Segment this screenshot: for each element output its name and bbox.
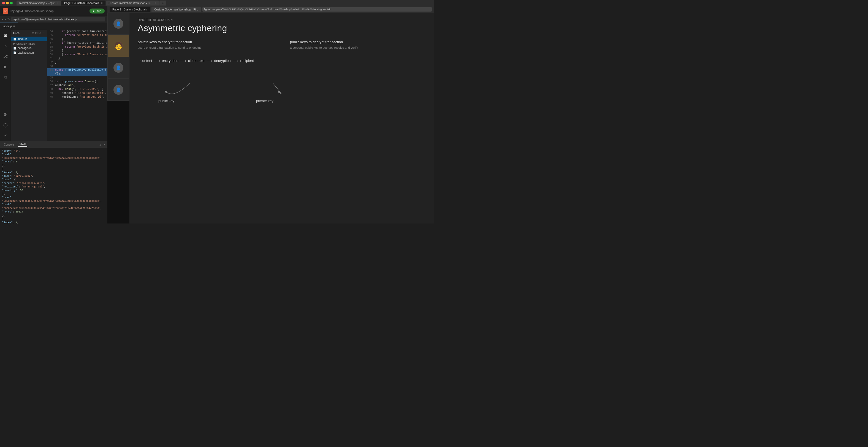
video-strip: 👤 🧑 👤 👤 — [107, 13, 129, 224]
sidebar-item-packagejson[interactable]: 📄 package.json — [11, 51, 47, 55]
sidebar-filename-pkglock: package-lo... — [18, 46, 33, 50]
browser-tab-bar: blockchain-workshop - Replit × Page 1 - … — [17, 1, 432, 5]
sidebar-filename-index: index.js — [18, 37, 27, 40]
close-tab-icon[interactable]: × — [101, 2, 102, 4]
file-icon-pkglock: 📄 — [13, 47, 16, 50]
sidebar-item-packagelock[interactable]: 📄 package-lo... — [11, 46, 47, 51]
flow-step-recipient: recipient — [240, 59, 254, 63]
avatar-4: 👤 — [114, 85, 123, 95]
terminal-tab-shell[interactable]: Shell — [18, 142, 27, 147]
code-line: 66 let orpheus = new Chain(); — [47, 80, 107, 84]
sidebar-actions[interactable]: ⊕ ⊡ ↺ ⋯ — [32, 31, 44, 35]
code-line: 54 if (current.hash !== current.calculat… — [47, 30, 107, 34]
file-tab-close-icon[interactable]: × — [13, 25, 15, 28]
close-tab-icon[interactable]: × — [57, 2, 58, 4]
window-controls[interactable] — [2, 2, 13, 4]
code-line: 69 sender: 'Fiona Hacksworth', — [47, 91, 107, 95]
close-button[interactable] — [2, 2, 5, 4]
terminal-line: "index": 1, — [2, 171, 105, 174]
terminal-line: }, — [2, 164, 105, 167]
terminal-search-icon[interactable]: ⌕ — [99, 143, 101, 146]
terminal-body[interactable]: "prev": "0", "hash": "985dd2c37772bcdbad… — [0, 148, 107, 224]
activity-run-icon[interactable]: ▶ — [2, 63, 9, 70]
figma-url-input[interactable] — [203, 7, 432, 11]
flow-diagram: content ⟶ encryption ⟶ cipher text ⟶ dec… — [138, 58, 426, 107]
private-key-column: private keys to encrypt transaction user… — [138, 40, 274, 50]
sidebar-section-packager: Packager files — [11, 41, 47, 46]
terminal-line: "time": "02/05/2022", — [2, 174, 105, 178]
browser-tab-figma1[interactable]: Page 1 - Custom Blockchain × — [61, 1, 105, 5]
flow-step-decryption: decryption — [214, 59, 231, 63]
public-key-label: public key — [158, 99, 174, 103]
code-line: 60 } return 'Mined! Chain is valid :)))' — [47, 53, 107, 57]
code-line: 61 } — [47, 57, 107, 61]
slide-label-text: DING THE BLOCKCHAIN — [138, 18, 173, 22]
terminal-tab-console[interactable]: Console — [2, 142, 16, 147]
file-icon-js: 📄 — [13, 38, 16, 40]
right-tab-figma2-label: Custom Blockchain Workshop - Fi... — [154, 8, 198, 11]
figma1-tab-label: Page 1 - Custom Blockchain — [64, 2, 99, 5]
code-line: 68 new Hash(1, '02/05/2022', { — [47, 88, 107, 91]
file-tabs: index.js × — [0, 23, 107, 30]
sidebar-filename-pkgjson: package.json — [18, 51, 34, 54]
activity-extensions-icon[interactable]: ⧉ — [2, 74, 9, 81]
terminal-tab-icons: ⌕ × — [99, 143, 105, 146]
file-icon-pkgjson: 📄 — [13, 52, 16, 54]
right-tab-figma1[interactable]: Page 1 - Custom Blockchain — [110, 7, 150, 12]
replit-breadcrumb: rajnagrwl / blockchain-workshop — [10, 9, 54, 13]
sidebar-title: Files — [13, 32, 20, 35]
reload-icon[interactable]: ↻ — [7, 18, 10, 21]
terminal-line: "prev": "985dd2c37772bcdbade7ecc9047dfa5… — [2, 196, 105, 203]
code-line: 62 } — [47, 61, 107, 64]
code-line: 58 return 'previous hash is invalid'; — [47, 45, 107, 49]
minimize-button[interactable] — [6, 2, 9, 4]
private-key-desc: users encrypt a transaction to send to e… — [138, 46, 274, 50]
right-tab-figma2[interactable]: Custom Blockchain Workshop - Fi... — [151, 7, 201, 12]
activity-settings-icon[interactable]: ⚙ — [2, 111, 9, 118]
replit-editor-area: ⊞ ⌕ ⎇ ▶ ⧉ ⚙ ◯ ✓ Files ⊕ ⊡ ↺ ⋯ 📄 index.js — [0, 30, 107, 141]
sidebar-header: Files ⊕ ⊡ ↺ ⋯ — [11, 30, 47, 37]
close-tab-icon[interactable]: × — [154, 2, 156, 4]
run-button[interactable]: Run — [90, 8, 105, 13]
activity-git-icon[interactable]: ⎇ — [2, 53, 9, 59]
flow-diagram-svg: public key private key — [138, 66, 331, 105]
browser-tab-figma2[interactable]: Custom Blockchain Workshop - Fi... × — [106, 1, 159, 5]
sidebar-item-indexjs[interactable]: 📄 index.js — [11, 37, 47, 41]
terminal-panel: Console Shell ⌕ × "prev": "0", "hash": "… — [0, 141, 107, 224]
flow-arrow-2: ⟶ — [180, 58, 186, 63]
code-line: 67 orpheus.add( — [47, 84, 107, 88]
right-panel: Page 1 - Custom Blockchain Custom Blockc… — [107, 6, 434, 224]
terminal-line: "hash": "985dd2c37772bcdbade7ecc9047dfa5… — [2, 153, 105, 160]
activity-bar: ⊞ ⌕ ⎇ ▶ ⧉ ⚙ ◯ ✓ — [0, 30, 11, 141]
activity-search-icon[interactable]: ⌕ — [2, 42, 9, 49]
main-layout: R rajnagrwl / blockchain-workshop Run ‹ … — [0, 6, 434, 224]
breadcrumb-user: rajnagrwl — [10, 9, 23, 13]
activity-files-icon[interactable]: ⊞ — [2, 32, 9, 38]
terminal-line: "nonce": 0 — [2, 160, 105, 164]
activity-account-icon[interactable]: ◯ — [2, 122, 9, 128]
browser-top-bar: blockchain-workshop - Replit × Page 1 - … — [0, 0, 434, 6]
maximize-button[interactable] — [10, 2, 13, 4]
code-line: 59 } — [47, 49, 107, 53]
terminal-close-icon[interactable]: × — [103, 143, 105, 146]
url-input[interactable] — [11, 17, 105, 22]
terminal-line: "recipient": "Rajan Agarwal", — [2, 185, 105, 189]
terminal-line: }, — [2, 214, 105, 218]
code-line: 65 — [47, 76, 107, 80]
file-sidebar: Files ⊕ ⊡ ↺ ⋯ 📄 index.js Packager files … — [11, 30, 47, 141]
browser-tab-replit[interactable]: blockchain-workshop - Replit × — [17, 1, 61, 5]
terminal-line: }, — [2, 192, 105, 196]
terminal-tabs: Console Shell ⌕ × — [0, 141, 107, 148]
video-participant-1: 👤 — [107, 13, 129, 35]
terminal-line: { — [2, 167, 105, 171]
forward-icon[interactable]: › — [5, 18, 5, 21]
new-tab-button[interactable]: + — [159, 1, 166, 5]
code-editor[interactable]: 54 if (current.hash !== current.calculat… — [47, 30, 107, 141]
back-icon[interactable]: ‹ — [2, 18, 3, 21]
flow-arrow-3: ⟶ — [206, 58, 213, 63]
file-tab-index[interactable]: index.js × — [0, 23, 18, 30]
terminal-line: "index": 2, — [2, 221, 105, 224]
figma2-tab-label: Custom Blockchain Workshop - Fi... — [109, 2, 153, 5]
activity-check-icon[interactable]: ✓ — [2, 132, 9, 139]
terminal-line: "sender": "Fiona Hacksworth", — [2, 182, 105, 185]
